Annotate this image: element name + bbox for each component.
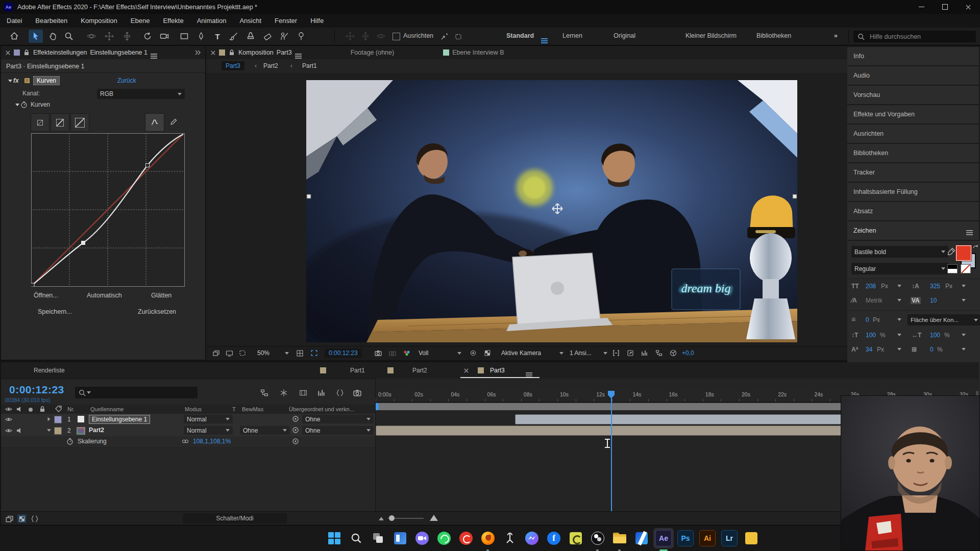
- fill-color-swatch[interactable]: [955, 245, 972, 261]
- curves-editor[interactable]: [31, 133, 185, 287]
- playhead-line[interactable]: [611, 398, 612, 511]
- file-explorer-icon[interactable]: [609, 528, 630, 548]
- menu-ebene[interactable]: Ebene: [124, 17, 157, 24]
- tab-part1[interactable]: Part1: [350, 367, 365, 374]
- menu-komposition[interactable]: Komposition: [74, 17, 124, 24]
- layer-handle-right[interactable]: [793, 194, 797, 198]
- screenshot-tool-icon[interactable]: [566, 528, 586, 548]
- zoom-tool[interactable]: [62, 30, 76, 43]
- panel-menu-icon[interactable]: [966, 230, 973, 231]
- blend-mode-dropdown[interactable]: Normal: [184, 415, 233, 423]
- snap-label[interactable]: Ausrichten: [403, 32, 433, 39]
- vertical-scale-caret[interactable]: [897, 334, 901, 336]
- panel-tab-tracker[interactable]: Tracker: [847, 163, 979, 182]
- view-layout-dropdown[interactable]: 1 Ansi...: [567, 348, 610, 358]
- camera-tool[interactable]: [157, 30, 172, 43]
- curves-reset-button[interactable]: Zurücksetzen: [138, 308, 176, 315]
- snapshot-icon[interactable]: [375, 349, 382, 357]
- panel-tab-absatz[interactable]: Absatz: [847, 202, 979, 220]
- tab-part3-active[interactable]: Part3: [490, 367, 505, 374]
- group-expand-caret[interactable]: [15, 104, 19, 106]
- close-icon[interactable]: [5, 50, 11, 56]
- menu-effekte[interactable]: Effekte: [156, 17, 190, 24]
- histogram-icon[interactable]: [641, 349, 648, 357]
- workspace-kleiner-bildschirm[interactable]: Kleiner Bildschirm: [685, 32, 737, 39]
- workspace-standard[interactable]: Standard: [506, 32, 534, 39]
- layer-handle-left[interactable]: [307, 194, 311, 198]
- brainstorm-icon[interactable]: [336, 389, 344, 397]
- timeline-search-input[interactable]: [93, 388, 187, 397]
- fast-previews-icon[interactable]: [627, 349, 634, 357]
- property-value[interactable]: 108,1,108,1%: [193, 438, 231, 445]
- hand-tool[interactable]: [46, 30, 60, 43]
- show-snapshot-icon[interactable]: [389, 349, 396, 357]
- expand-caret[interactable]: [48, 417, 51, 421]
- effect-name[interactable]: Kurven: [33, 76, 60, 85]
- puppet-pin-tool[interactable]: [294, 30, 308, 43]
- primary-viewer-icon[interactable]: [226, 349, 233, 357]
- type-tool[interactable]: T: [210, 30, 225, 43]
- panel-menu-icon[interactable]: [151, 49, 157, 56]
- workspace-lernen[interactable]: Lernen: [562, 32, 582, 39]
- font-style-dropdown[interactable]: Regular: [851, 263, 948, 274]
- col-nr[interactable]: Nr.: [67, 406, 75, 412]
- close-button[interactable]: [957, 0, 980, 14]
- parent-pickwhip-icon[interactable]: [292, 415, 299, 422]
- curve-point-start[interactable]: [31, 283, 34, 287]
- eraser-tool[interactable]: [260, 30, 275, 43]
- grid-guides-icon[interactable]: [296, 349, 303, 357]
- panel-tab-inhaltsbasierte-fuellung[interactable]: Inhaltsbasierte Füllung: [847, 183, 979, 201]
- yellow-app-icon[interactable]: [741, 528, 762, 548]
- curves-save-button[interactable]: Speichern...: [38, 308, 72, 315]
- view-axis-mode-icon[interactable]: [374, 30, 388, 43]
- font-size-caret[interactable]: [897, 285, 901, 287]
- no-color-swatch[interactable]: [961, 264, 971, 273]
- panel-tab-info[interactable]: Info: [847, 47, 979, 65]
- panel-tab-bibliotheken[interactable]: Bibliotheken: [847, 144, 979, 162]
- transfer-controls-icon[interactable]: [31, 515, 39, 523]
- teams-icon[interactable]: [390, 528, 410, 548]
- property-pickwhip-icon[interactable]: [292, 438, 299, 445]
- video-call-app-icon[interactable]: [412, 528, 432, 548]
- close-icon[interactable]: [463, 368, 469, 373]
- vertical-scale-value[interactable]: 100: [866, 332, 876, 339]
- eye-icon[interactable]: [5, 427, 12, 434]
- panel-tab-audio[interactable]: Audio: [847, 66, 979, 85]
- baseline-shift-caret[interactable]: [897, 348, 901, 350]
- help-search-input[interactable]: [869, 33, 963, 41]
- motion-blur-icon[interactable]: [317, 389, 326, 397]
- breadcrumb-part2[interactable]: Part2: [263, 62, 278, 69]
- snap-checkbox[interactable]: [393, 33, 400, 40]
- timeline-zoom-knob[interactable]: [389, 515, 395, 521]
- breadcrumb-part1[interactable]: Part1: [302, 62, 317, 69]
- stopwatch-icon[interactable]: [20, 101, 28, 108]
- start-button[interactable]: [324, 528, 345, 548]
- footage-tab[interactable]: Footage (ohne): [351, 49, 394, 56]
- comp-menu-icon[interactable]: [295, 49, 302, 56]
- channel-icon[interactable]: [403, 349, 410, 357]
- curve-point-mid[interactable]: [82, 241, 85, 245]
- dolly-camera-tool[interactable]: [120, 30, 134, 43]
- curve-pencil-button[interactable]: [165, 113, 182, 131]
- resolution-dropdown[interactable]: Voll: [415, 348, 464, 358]
- workspace-menu-icon[interactable]: [541, 34, 548, 41]
- property-row-skalierung[interactable]: Skalierung 108,1,108,1%: [1, 436, 375, 448]
- baseline-shift-value[interactable]: 34: [866, 346, 872, 353]
- transparency-grid-icon[interactable]: [484, 349, 491, 357]
- curve-size-large-button[interactable]: [70, 113, 89, 132]
- comp-timecode[interactable]: 0:00:12:23: [325, 348, 362, 358]
- menu-hilfe[interactable]: Hilfe: [304, 17, 330, 24]
- facebook-icon[interactable]: f: [544, 528, 564, 548]
- timeline-menu-icon[interactable]: [526, 368, 532, 375]
- rotation-tool[interactable]: [141, 30, 155, 43]
- tab-part2[interactable]: Part2: [412, 367, 427, 374]
- zoom-in-mountain-icon[interactable]: [430, 515, 438, 521]
- label-color-swatch[interactable]: [54, 427, 62, 435]
- layer-tab[interactable]: Ebene Interview B: [452, 49, 504, 56]
- world-axis-mode-icon[interactable]: [358, 30, 373, 43]
- blend-modes-toggle-icon[interactable]: [17, 514, 27, 523]
- frame-blending-icon[interactable]: [299, 389, 307, 397]
- parent-dropdown[interactable]: Ohne: [302, 426, 374, 435]
- comp-tab-target[interactable]: Part3: [277, 49, 292, 56]
- track-matte-dropdown[interactable]: Ohne: [240, 426, 290, 435]
